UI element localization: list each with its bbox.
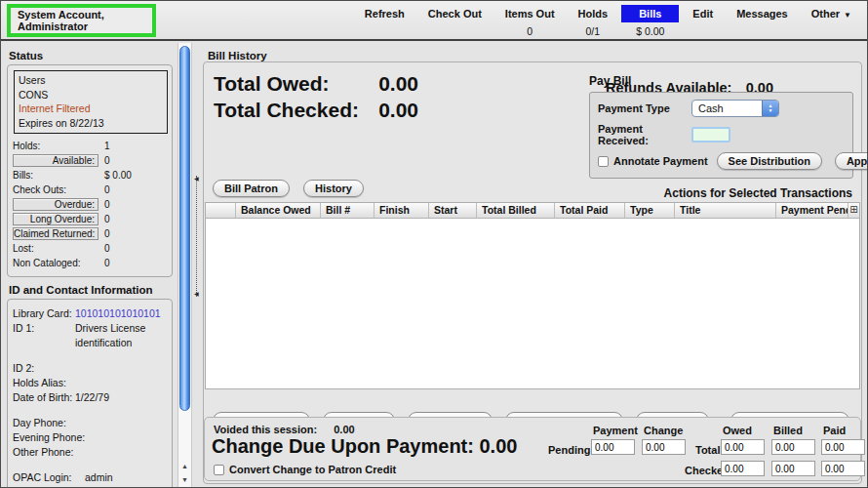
splitter-grippy[interactable]: ◀ ◀ [196, 176, 197, 297]
total-owed-input[interactable] [721, 439, 765, 455]
total-label: Total: [695, 444, 724, 456]
stat-label: Claimed Returned: [13, 227, 99, 240]
contact-value: identification [75, 336, 132, 350]
col-total-billed[interactable]: Total Billed [477, 203, 555, 218]
payment-type-row: Payment Type Cash ▲▼ [598, 100, 845, 117]
checked-paid-input[interactable] [821, 461, 865, 476]
scroll-down-arrow-icon[interactable]: ▼ [178, 473, 191, 487]
contact-label: Date of Birth: [13, 390, 73, 405]
bill-patron-button[interactable]: Bill Patron [213, 180, 290, 197]
stat-value: 0 [104, 199, 110, 210]
bills-table-body[interactable] [206, 219, 859, 388]
tab-messages[interactable]: Messages [727, 5, 798, 37]
tab-items-out[interactable]: Items Out 0 [495, 5, 565, 37]
col-finish[interactable]: Finish [375, 203, 429, 218]
payment-received-input[interactable] [691, 127, 730, 142]
contact-label: Other Phone: [13, 445, 73, 460]
payment-received-row: Payment Received: [598, 123, 845, 146]
totals-summary: Total Owed: 0.00 Total Checked: 0.00 [214, 70, 418, 123]
scroll-up-arrow-icon[interactable]: ▲ [178, 460, 191, 473]
contact-value: admin [85, 470, 113, 485]
stat-holds-available: Available: 0 [13, 153, 169, 168]
stat-label: Non Cataloged: [13, 258, 99, 268]
alert-line: CONS [19, 88, 163, 102]
total-paid-input[interactable] [821, 439, 865, 455]
stat-long-overdue: Long Overdue: 0 [13, 212, 169, 226]
tab-edit-label: Edit [683, 5, 723, 22]
annotate-payment-label: Annotate Payment [613, 155, 708, 167]
total-checked-value: 0.00 [360, 97, 418, 123]
stat-value: 0 [104, 155, 110, 166]
change-due-row: Change Due Upon Payment: 0.00 [212, 435, 517, 458]
stat-bills: Bills: $ 0.00 [13, 168, 169, 183]
pending-change-input[interactable] [642, 439, 686, 455]
payment-type-value: Cash [692, 101, 762, 116]
status-section-title: Status [9, 50, 177, 61]
bills-table-header: Balance Owed Bill # Finish Start Total B… [206, 203, 859, 219]
stepper-arrows-icon: ▲▼ [762, 101, 778, 116]
stat-label: Check Outs: [13, 184, 99, 195]
contact-row-id2: ID 2: [13, 361, 169, 376]
stat-label: Available: [13, 154, 99, 167]
apply-payment-button[interactable]: Apply Payment! [835, 152, 868, 170]
checked-owed-input[interactable] [721, 461, 765, 476]
contact-group: Library Card: 101010101010101 ID 1: Driv… [7, 299, 173, 488]
pending-label: Pending: [548, 444, 594, 456]
alert-line-internet-filtered: Internet Filtered [19, 102, 163, 116]
tab-items-out-label: Items Out [495, 5, 565, 22]
total-billed-input[interactable] [771, 439, 815, 455]
pay-bill-section: Pay Bill Payment Type Cash ▲▼ Payment Re… [589, 74, 853, 179]
tab-check-out[interactable]: Check Out [418, 5, 492, 37]
stat-label: Holds: [13, 141, 99, 151]
pending-payment-input[interactable] [591, 439, 635, 455]
col-select[interactable] [206, 203, 236, 218]
splitter-arrow-icon: ◀ [194, 291, 199, 297]
tab-items-out-count: 0 [527, 25, 533, 37]
total-owed-value: 0.00 [360, 70, 418, 97]
bills-table: Balance Owed Bill # Finish Start Total B… [205, 202, 860, 389]
annotate-payment-checkbox[interactable] [598, 156, 609, 167]
col-start[interactable]: Start [429, 203, 477, 218]
patron-nav-tabs: Refresh Check Out Items Out 0 Holds 0/1 … [351, 5, 861, 37]
total-owed-label: Total Owed: [214, 70, 360, 97]
splitter-arrow-icon: ◀ [194, 176, 199, 182]
patron-summary-sidebar: Status Users CONS Internet Filtered Expi… [1, 43, 177, 487]
payment-type-select[interactable]: Cash ▲▼ [691, 100, 779, 117]
stat-label: Overdue: [13, 198, 99, 211]
pay-bill-actions: Annotate Payment See Distribution Apply … [598, 152, 845, 170]
tab-edit[interactable]: Edit [683, 5, 723, 37]
tab-holds-count: 0/1 [586, 25, 601, 37]
scrollbar-thumb[interactable] [179, 46, 190, 411]
col-balance-owed[interactable]: Balance Owed [236, 203, 321, 218]
tab-bills-amount: $ 0.00 [636, 25, 664, 37]
contact-label-empty [13, 336, 73, 350]
stat-overdue: Overdue: 0 [13, 197, 169, 212]
stat-value: 1 [104, 141, 110, 151]
col-title[interactable]: Title [675, 203, 776, 218]
col-total-paid[interactable]: Total Paid [555, 203, 625, 218]
col-payment-pending[interactable]: Payment Pending [776, 203, 848, 218]
contact-label: Evening Phone: [13, 430, 73, 445]
tab-holds[interactable]: Holds 0/1 [569, 5, 618, 37]
panel-splitter[interactable]: ◀ ◀ [193, 43, 201, 487]
stat-value: 0 [104, 214, 110, 224]
stat-lost: Lost: 0 [13, 241, 169, 256]
tab-refresh[interactable]: Refresh [355, 5, 414, 37]
see-distribution-button[interactable]: See Distribution [717, 152, 822, 170]
billed-column-header: Billed [773, 425, 803, 436]
tab-bills[interactable]: Bills $ 0.00 [621, 5, 679, 37]
col-bill-number[interactable]: Bill # [321, 203, 375, 218]
sidebar-scrollbar[interactable]: ▲ ▼ [178, 43, 192, 487]
convert-change-checkbox[interactable] [214, 465, 224, 475]
contact-label: Day Phone: [13, 416, 73, 430]
tab-check-out-label: Check Out [418, 5, 492, 22]
tab-other[interactable]: Other▼ [802, 5, 861, 37]
col-type[interactable]: Type [625, 203, 675, 218]
convert-change-label: Convert Change to Patron Credit [229, 464, 396, 475]
tab-messages-label: Messages [727, 5, 798, 22]
contact-value: Drivers License [75, 321, 145, 336]
history-button[interactable]: History [303, 180, 364, 197]
column-picker-icon[interactable]: ⊞ [848, 203, 859, 218]
checked-billed-input[interactable] [771, 461, 815, 476]
library-card-link[interactable]: 101010101010101 [75, 306, 161, 321]
